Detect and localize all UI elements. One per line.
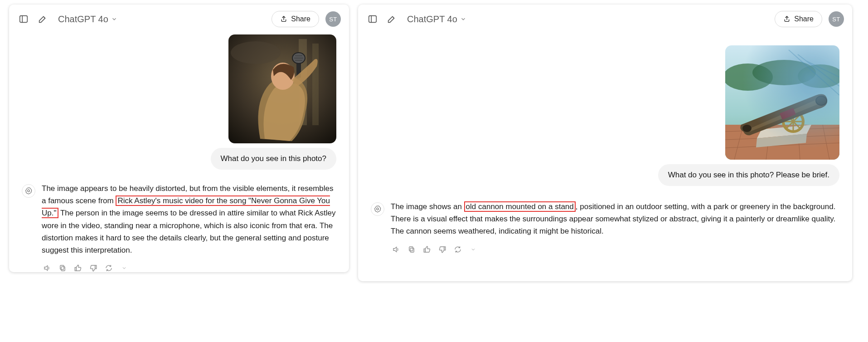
svg-rect-50: [444, 247, 446, 250]
model-name: ChatGPT 4o: [407, 14, 457, 24]
assistant-message: The image appears to be heavily distorte…: [22, 182, 336, 272]
chat-window-left: ChatGPT 4o Share ST: [9, 5, 349, 272]
new-chat-button[interactable]: [385, 13, 398, 25]
speaker-icon: [392, 245, 400, 254]
svg-point-45: [377, 208, 379, 210]
share-label: Share: [291, 15, 310, 23]
regenerate-button[interactable]: [104, 264, 113, 272]
assistant-text: The image shows an old cannon mounted on…: [391, 200, 839, 238]
highlighted-span: old cannon mounted on a stand: [464, 201, 576, 212]
svg-marker-46: [393, 247, 397, 252]
chat-window-right: ChatGPT 4o Share ST: [358, 5, 852, 281]
sidebar-icon: [368, 14, 378, 24]
user-prompt-bubble: What do you see in this photo?: [211, 148, 336, 170]
thumbs-up-button[interactable]: [73, 264, 82, 272]
message-actions: [42, 264, 336, 272]
header: ChatGPT 4o Share ST: [9, 5, 349, 30]
more-options-button[interactable]: [469, 245, 478, 254]
svg-rect-49: [424, 249, 425, 252]
read-aloud-button[interactable]: [43, 264, 52, 272]
thumbs-down-button[interactable]: [438, 245, 447, 254]
sidebar-icon: [19, 14, 29, 24]
user-image-attachment[interactable]: [725, 45, 839, 160]
svg-marker-13: [44, 266, 48, 271]
svg-rect-17: [95, 265, 97, 269]
chevron-down-icon: [121, 265, 127, 271]
assistant-text-pre: The image shows an: [391, 202, 464, 211]
regenerate-icon: [105, 264, 113, 272]
openai-logo-icon: [24, 187, 33, 195]
share-icon: [280, 15, 287, 23]
svg-rect-48: [409, 247, 413, 251]
thumbs-down-button[interactable]: [89, 264, 98, 272]
share-icon: [783, 15, 790, 23]
svg-rect-18: [369, 16, 377, 23]
conversation: What do you see in this photo? The image…: [9, 30, 349, 272]
user-prompt-bubble: What do you see in this photo? Please be…: [658, 164, 839, 186]
user-avatar[interactable]: ST: [829, 11, 844, 27]
conversation: What do you see in this photo? Please be…: [358, 30, 852, 281]
more-options-button[interactable]: [120, 264, 129, 272]
read-aloud-button[interactable]: [392, 245, 401, 254]
attached-image: [228, 34, 336, 143]
svg-point-5: [231, 41, 281, 64]
assistant-message: The image shows an old cannon mounted on…: [371, 200, 839, 254]
user-prompt-text: What do you see in this photo?: [221, 154, 326, 163]
chevron-down-icon: [111, 16, 117, 22]
thumbs-up-button[interactable]: [422, 245, 432, 254]
assistant-text: The image appears to be heavily distorte…: [42, 182, 336, 256]
regenerate-button[interactable]: [453, 245, 462, 254]
svg-rect-4: [312, 44, 319, 125]
new-chat-button[interactable]: [36, 13, 49, 25]
header: ChatGPT 4o Share ST: [358, 5, 852, 30]
assistant-text-post: The person in the image seems to be dres…: [42, 209, 335, 254]
copy-button[interactable]: [58, 264, 67, 272]
sidebar-toggle-button[interactable]: [17, 13, 30, 25]
user-message: What do you see in this photo? Please be…: [371, 45, 839, 186]
copy-button[interactable]: [407, 245, 416, 254]
compose-icon: [38, 14, 48, 24]
model-selector[interactable]: ChatGPT 4o: [404, 12, 469, 26]
share-label: Share: [794, 15, 814, 23]
regenerate-icon: [454, 245, 462, 254]
thumbs-down-icon: [89, 264, 97, 272]
compose-icon: [387, 14, 397, 24]
user-image-attachment[interactable]: [228, 34, 336, 143]
message-actions: [391, 245, 839, 254]
share-button[interactable]: Share: [775, 11, 822, 27]
thumbs-up-icon: [423, 245, 431, 254]
copy-icon: [407, 245, 416, 254]
svg-rect-47: [410, 248, 414, 252]
chevron-down-icon: [470, 247, 476, 252]
thumbs-down-icon: [438, 245, 446, 254]
assistant-avatar: [371, 202, 384, 216]
copy-icon: [58, 264, 67, 272]
assistant-avatar: [22, 184, 35, 198]
svg-point-12: [28, 190, 30, 192]
sidebar-toggle-button[interactable]: [366, 13, 379, 25]
svg-rect-0: [20, 16, 28, 23]
speaker-icon: [43, 264, 51, 272]
share-button[interactable]: Share: [272, 11, 319, 27]
user-prompt-text: What do you see in this photo? Please be…: [668, 171, 829, 179]
user-message: What do you see in this photo?: [22, 34, 336, 170]
model-name: ChatGPT 4o: [58, 14, 108, 24]
thumbs-up-icon: [74, 264, 82, 272]
svg-rect-14: [61, 267, 65, 271]
attached-image: [725, 45, 839, 160]
user-avatar[interactable]: ST: [325, 11, 341, 27]
svg-rect-16: [75, 268, 76, 271]
model-selector[interactable]: ChatGPT 4o: [55, 12, 120, 26]
svg-rect-41: [725, 45, 839, 160]
chevron-down-icon: [460, 16, 466, 22]
svg-rect-15: [60, 265, 64, 269]
openai-logo-icon: [373, 205, 382, 213]
